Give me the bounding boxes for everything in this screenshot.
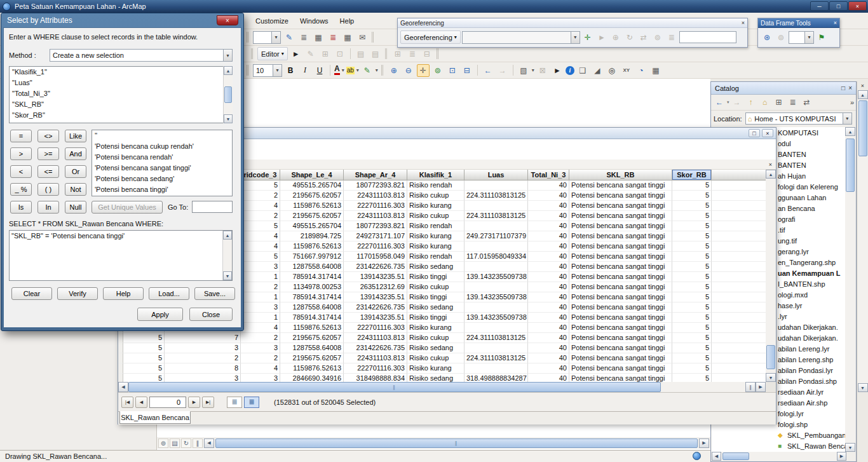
forward-extent-icon[interactable]: → [496, 64, 509, 77]
extent-globe-icon[interactable]: ⊚ [775, 31, 787, 44]
scrollbar-thumb[interactable] [846, 139, 855, 192]
toolbar-grip[interactable] [372, 32, 375, 43]
chevron-down-icon[interactable]: ▾ [342, 67, 344, 73]
column-header-luas[interactable]: Luas [465, 170, 528, 180]
pan-icon[interactable]: ✛ [417, 64, 430, 77]
back-extent-icon[interactable]: ← [482, 64, 494, 77]
chevron-down-icon[interactable]: ▾ [532, 67, 534, 73]
table-row[interactable]: 5 3 3 2846690.34916 318498888.834 Risiko… [118, 374, 766, 382]
layer-combo[interactable]: ▾ [462, 31, 580, 44]
scroll-down-button[interactable]: ▼ [845, 443, 855, 452]
scroll-down-button[interactable]: ▼ [766, 373, 776, 382]
shift-icon[interactable]: ⇄ [637, 31, 650, 44]
scroll-right-button[interactable]: ▶ [756, 382, 766, 392]
toolbar-grip[interactable] [247, 32, 250, 43]
last-record-button[interactable]: ▶| [202, 397, 214, 408]
value-item[interactable]: 'Potensi bencana sedang' [92, 173, 232, 184]
verify-button[interactable]: Verify [57, 287, 98, 300]
data-frame-globe-icon[interactable]: ⊛ [761, 31, 773, 44]
georeferencing-toolbar-titlebar[interactable]: Georeferencing × [398, 18, 747, 28]
email-icon[interactable]: ✉ [356, 31, 369, 44]
create-features-icon[interactable]: ⊞ [319, 48, 332, 60]
forward-icon[interactable]: → [731, 96, 743, 109]
chevron-down-icon[interactable]: ▾ [571, 32, 580, 43]
operator-button[interactable]: ( ) [37, 183, 59, 196]
save-button[interactable]: Save... [194, 287, 235, 300]
column-header-skor-rb[interactable]: Skor_RB [672, 170, 712, 180]
column-header-shape-le-4[interactable]: Shape_Le_4 [280, 170, 344, 180]
table-maximize-button[interactable]: □ [749, 129, 760, 137]
show-all-records-button[interactable]: ≣ [227, 397, 242, 408]
operator-button[interactable]: And [65, 147, 86, 160]
map-scroll-right-button[interactable]: ▶ [699, 438, 709, 448]
toolbar-grip[interactable] [385, 48, 388, 59]
split-tool-icon[interactable]: ⊡ [334, 48, 346, 60]
select-features-icon[interactable]: ▧ [517, 64, 530, 77]
where-clause-textarea[interactable]: "SKL_RB" = 'Potensi bencana tinggi' ▲ ▼ [9, 230, 233, 281]
line-color-icon[interactable]: ✎ [361, 64, 374, 77]
frame-combo[interactable]: ▾ [789, 31, 814, 44]
table-tab[interactable]: SKL_Rawan Bencana [119, 411, 191, 424]
tree-item[interactable]: ◆ SKL_Pembuangan Limbah.ly [712, 430, 846, 440]
layout-view-button[interactable]: ▤ [170, 438, 180, 448]
column-split-handle[interactable]: ∥ [745, 382, 756, 392]
catalog-titlebar[interactable]: Catalog □ × [711, 82, 856, 95]
sketch-properties-icon[interactable]: ▤ [369, 48, 382, 60]
highlight-button[interactable]: ab [346, 67, 355, 74]
full-extent-icon[interactable]: ⊚ [431, 64, 444, 77]
minimize-button[interactable]: ─ [810, 1, 829, 11]
value-item[interactable]: 'Potensi bencana cukup rendah' [92, 141, 232, 152]
fixed-zoom-in-icon[interactable]: ⊡ [446, 64, 459, 77]
dialog-titlebar[interactable]: Select by Attributes × [3, 13, 241, 27]
html-popup-icon[interactable]: ❑ [576, 64, 589, 77]
operator-button[interactable]: _ % [10, 183, 32, 196]
operator-button[interactable]: < [10, 165, 32, 178]
field-item[interactable]: "Klasifik_1" [10, 67, 232, 78]
operator-button[interactable]: Null [65, 201, 86, 214]
scrollbar-thumb[interactable] [224, 86, 232, 103]
method-select[interactable]: Create a new selection ▾ [50, 49, 233, 62]
trace-icon[interactable]: ≣ [406, 48, 419, 60]
edit-tool-icon[interactable]: ► [290, 48, 302, 60]
attributes-icon[interactable]: ▤ [355, 48, 367, 60]
open-table-icon[interactable]: ▦ [341, 31, 354, 44]
goto-xy-icon[interactable]: XY [620, 64, 633, 77]
toolbar-grip[interactable] [247, 65, 250, 76]
operator-button[interactable]: Not [65, 183, 86, 196]
attribute-table-icon[interactable]: ≣ [297, 31, 310, 44]
scroll-down-button[interactable]: ▼ [224, 114, 233, 123]
toggle-contents-icon[interactable]: ≣ [787, 96, 799, 109]
toolbar-grip[interactable] [381, 65, 384, 76]
pencil-icon[interactable]: ✎ [283, 31, 295, 44]
operator-button[interactable]: >= [37, 147, 59, 160]
chevron-down-icon[interactable]: ▾ [376, 67, 378, 73]
rms-error-input[interactable] [679, 31, 736, 43]
menu-item[interactable]: Help [334, 15, 360, 27]
chevron-down-icon[interactable]: ▾ [356, 67, 359, 73]
rotate-icon[interactable]: ↻ [623, 31, 636, 44]
operator-button[interactable]: In [37, 201, 59, 214]
row-selector[interactable] [118, 353, 123, 363]
scale-combo[interactable]: ▾ [253, 31, 281, 44]
scroll-right-button[interactable]: ▶ [837, 452, 846, 461]
home-icon[interactable]: ⌂ [759, 96, 771, 109]
value-item[interactable]: 'Potensi bencana rendah' [92, 152, 232, 163]
sketch-tool-icon[interactable]: ✎ [304, 48, 317, 60]
row-selector[interactable] [118, 374, 123, 382]
menu-item[interactable]: Windows [294, 15, 334, 27]
scroll-up-button[interactable]: ▲ [858, 90, 868, 99]
data-frame-tools-titlebar[interactable]: Data Frame Tools × [758, 18, 839, 28]
time-slider-icon[interactable]: ◔ [635, 64, 648, 77]
scrollbar-thumb[interactable] [858, 100, 867, 156]
scrollbar-track[interactable] [661, 382, 745, 392]
toolbar-grip[interactable] [251, 48, 254, 59]
add-control-points-icon[interactable]: ✛ [581, 31, 594, 44]
map-scroll-left-button[interactable]: ◀ [204, 438, 214, 448]
operator-button[interactable]: > [10, 147, 32, 160]
table-close-button[interactable]: × [762, 129, 773, 137]
field-item[interactable]: "Total_Ni_3" [10, 88, 232, 99]
column-header-total-ni-3[interactable]: Total_Ni_3 [528, 170, 569, 180]
field-item[interactable]: "Skor_RB" [10, 110, 232, 121]
menu-item[interactable]: Customize [250, 15, 294, 27]
location-combo[interactable]: ⌂ Home - UTS KOMPUTASI ▾ [745, 112, 852, 125]
